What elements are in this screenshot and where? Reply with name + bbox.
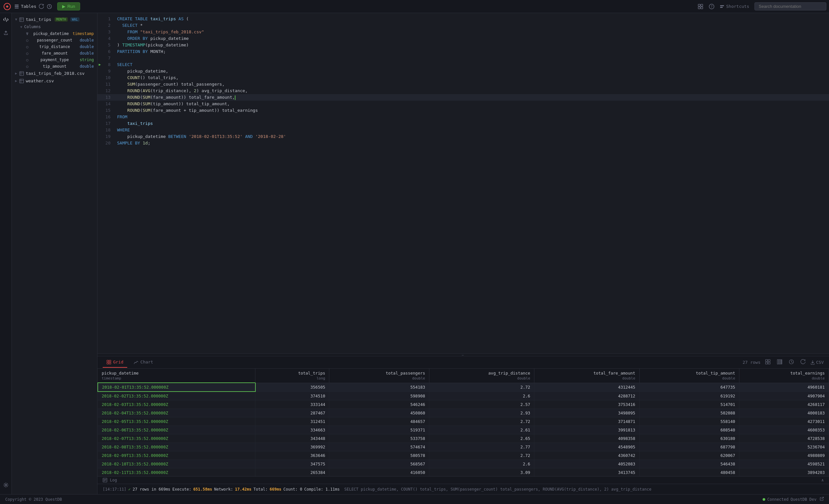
table-item-csv1[interactable]: ▶ taxi_trips_feb_2018.csv xyxy=(12,70,97,77)
table-cell[interactable]: 4098358 xyxy=(534,434,639,443)
table-cell[interactable]: 2018-02-06T13:35:52.000000Z xyxy=(98,426,255,434)
resize-handle[interactable]: ⋯ xyxy=(98,354,829,356)
data-grid[interactable]: pickup_datetime timestamp total_trips lo… xyxy=(98,369,829,476)
table-cell[interactable]: 630180 xyxy=(639,434,740,443)
table-cell[interactable]: 2.77 xyxy=(429,443,534,451)
table-cell[interactable]: 619192 xyxy=(639,392,740,400)
col-header-total-tip-amount[interactable]: total_tip_amount double xyxy=(639,369,740,383)
table-cell[interactable]: 568567 xyxy=(329,460,429,468)
table-cell[interactable]: 369992 xyxy=(255,443,329,451)
table-cell[interactable]: 287467 xyxy=(255,409,329,417)
table-cell[interactable]: 4312445 xyxy=(534,383,639,392)
table-cell[interactable]: 580578 xyxy=(329,451,429,460)
refresh-icon[interactable] xyxy=(39,4,44,9)
table-item-taxi-trips[interactable]: ▼ taxi_trips MONTH WAL xyxy=(12,16,97,23)
table-cell[interactable]: 347575 xyxy=(255,460,329,468)
col-header-pickup-datetime[interactable]: pickup_datetime timestamp xyxy=(98,369,255,383)
table-cell[interactable]: 416050 xyxy=(329,468,429,476)
logo[interactable] xyxy=(3,2,12,11)
table-cell[interactable]: 620067 xyxy=(639,451,740,460)
table-cell[interactable]: 3714871 xyxy=(534,417,639,426)
table-cell[interactable]: 3413745 xyxy=(534,468,639,476)
table-cell[interactable]: 2.6 xyxy=(429,392,534,400)
table-cell[interactable]: 546246 xyxy=(329,400,429,409)
table-cell[interactable]: 3894203 xyxy=(740,468,829,476)
table-cell[interactable]: 4960181 xyxy=(740,383,829,392)
table-cell[interactable]: 333144 xyxy=(255,400,329,409)
table-cell[interactable]: 356505 xyxy=(255,383,329,392)
table-cell[interactable]: 519371 xyxy=(329,426,429,434)
table-cell[interactable]: 363646 xyxy=(255,451,329,460)
table-cell[interactable]: 2.57 xyxy=(429,400,534,409)
column-item-tip-amount[interactable]: ○ tip_amount double xyxy=(17,63,97,70)
table-cell[interactable]: 2.65 xyxy=(429,434,534,443)
table-cell[interactable]: 533758 xyxy=(329,434,429,443)
table-cell[interactable]: 3498095 xyxy=(534,409,639,417)
refresh-btn[interactable] xyxy=(799,358,808,367)
col-header-total-passengers[interactable]: total_passengers double xyxy=(329,369,429,383)
table-cell[interactable]: 2018-02-11T13:35:52.000000Z xyxy=(98,468,255,476)
shortcuts-btn[interactable]: Shortcuts xyxy=(720,4,749,9)
table-cell[interactable]: 608540 xyxy=(639,426,740,434)
table-cell[interactable]: 4360742 xyxy=(534,451,639,460)
table-cell[interactable]: 4548905 xyxy=(534,443,639,451)
table-cell[interactable]: 2.6 xyxy=(429,460,534,468)
table-cell[interactable]: 2018-02-08T13:35:52.000000Z xyxy=(98,443,255,451)
table-cell[interactable]: 4728538 xyxy=(740,434,829,443)
table-cell[interactable]: 574674 xyxy=(329,443,429,451)
table-cell[interactable]: 312451 xyxy=(255,417,329,426)
tab-chart[interactable]: Chart xyxy=(130,357,157,368)
table-cell[interactable]: 2.72 xyxy=(429,383,534,392)
column-item-passenger-count[interactable]: ○ passenger_count double xyxy=(17,37,97,43)
column-item-trip-distance[interactable]: ○ trip_distance double xyxy=(17,43,97,50)
grid-view-btn[interactable] xyxy=(763,358,772,367)
table-cell[interactable]: 4000183 xyxy=(740,409,829,417)
table-cell[interactable]: 4980809 xyxy=(740,451,829,460)
column-item-fare-amount[interactable]: ○ fare_amount double xyxy=(17,50,97,56)
table-cell[interactable]: 480458 xyxy=(639,468,740,476)
history-btn[interactable] xyxy=(787,358,796,367)
col-header-avg-trip-distance[interactable]: avg_trip_distance double xyxy=(429,369,534,383)
table-cell[interactable]: 2018-02-04T13:35:52.000000Z xyxy=(98,409,255,417)
table-cell[interactable]: 2018-02-07T13:35:52.000000Z xyxy=(98,434,255,443)
table-cell[interactable]: 2018-02-01T13:35:52.000000Z xyxy=(98,383,255,392)
table-cell[interactable]: 598908 xyxy=(329,392,429,400)
table-cell[interactable]: 2018-02-09T13:35:52.000000Z xyxy=(98,451,255,460)
column-view-btn[interactable] xyxy=(775,358,784,367)
table-cell[interactable]: 4268117 xyxy=(740,400,829,409)
table-cell[interactable]: 374510 xyxy=(255,392,329,400)
table-cell[interactable]: 554183 xyxy=(329,383,429,392)
log-collapse-btn[interactable]: ∧ xyxy=(822,478,824,482)
col-header-total-earnings[interactable]: total_earnings double xyxy=(740,369,829,383)
extensions-icon[interactable] xyxy=(697,4,704,9)
table-cell[interactable]: 4598521 xyxy=(740,460,829,468)
tab-grid[interactable]: Grid xyxy=(103,357,127,368)
code-editor[interactable]: 1 CREATE TABLE taxi_trips AS ( 2 SELECT … xyxy=(98,13,829,354)
columns-header[interactable]: ▼ Columns xyxy=(17,23,97,30)
table-cell[interactable]: 2018-02-02T13:35:52.000000Z xyxy=(98,392,255,400)
table-cell[interactable]: 647735 xyxy=(639,383,740,392)
column-item-payment-type[interactable]: ○ payment_type string xyxy=(17,56,97,63)
table-item-csv2[interactable]: ▶ weather.csv xyxy=(12,77,97,85)
nav-editor-icon[interactable] xyxy=(2,16,10,25)
history-icon[interactable] xyxy=(47,4,52,9)
table-cell[interactable]: 450860 xyxy=(329,409,429,417)
col-header-total-fare-amount[interactable]: total_fare_amount double xyxy=(534,369,639,383)
table-cell[interactable]: 514701 xyxy=(639,400,740,409)
table-cell[interactable]: 2.72 xyxy=(429,417,534,426)
table-cell[interactable]: 3.09 xyxy=(429,468,534,476)
table-cell[interactable]: 3753416 xyxy=(534,400,639,409)
table-cell[interactable]: 343448 xyxy=(255,434,329,443)
run-button[interactable]: ▶ Run xyxy=(57,2,80,10)
questdb-dev-link[interactable]: QuestDB Dev xyxy=(790,497,824,502)
table-cell[interactable]: 484657 xyxy=(329,417,429,426)
help-icon[interactable]: ? xyxy=(709,4,715,9)
table-cell[interactable]: 4273011 xyxy=(740,417,829,426)
col-header-total-trips[interactable]: total_trips long xyxy=(255,369,329,383)
csv-download-btn[interactable]: CSV xyxy=(810,360,824,365)
table-cell[interactable]: 687798 xyxy=(639,443,740,451)
table-cell[interactable]: 546438 xyxy=(639,460,740,468)
column-item-pickup-datetime[interactable]: Ψ pickup_datetime timestamp xyxy=(17,30,97,37)
table-cell[interactable]: 334663 xyxy=(255,426,329,434)
tables-nav[interactable]: Tables xyxy=(14,4,36,9)
